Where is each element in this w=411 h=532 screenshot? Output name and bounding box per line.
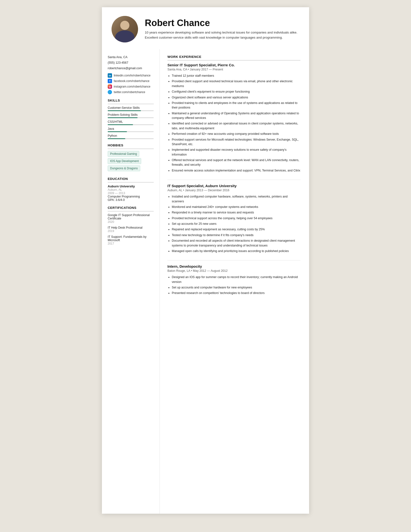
edu-dates: 2009 — 2013 <box>108 191 154 195</box>
hobbies-title: HOBBIES <box>108 143 154 149</box>
contact-phone: (555) 123-4567 <box>108 60 154 65</box>
education-title: EDUCATION <box>108 177 154 182</box>
candidate-summary: 10 years experience developing software … <box>145 30 300 40</box>
bullet: Offered technical services and support a… <box>172 158 301 167</box>
linkedin-icon: in <box>108 73 112 78</box>
skill-bar-fill <box>108 138 125 139</box>
work-experience-title: WORK EXPERIENCE <box>167 55 301 60</box>
cert-year: 2017 <box>108 242 154 245</box>
bullet: Identified and corrected or advised on o… <box>172 121 301 131</box>
job-title: Senior IT Support Specialist, Pierre Co. <box>167 63 301 67</box>
social-twitter: 🐦 twitter.com/robertchance <box>108 90 154 94</box>
header-info: Robert Chance 10 years experience develo… <box>145 18 300 40</box>
cert-entry: Google IT Support Professional Certifica… <box>108 213 154 224</box>
cert-entry: IT Support: Fundamentals by Microsoft 20… <box>108 235 154 245</box>
bullet: Provided client support and resolved tec… <box>172 79 301 88</box>
bullet: Ensured remote access solution implement… <box>172 168 301 173</box>
sidebar: Santa Ana, CA (555) 123-4567 robertchanc… <box>102 49 160 514</box>
bullet: Responded in a timely manner to service … <box>172 210 301 215</box>
skill-item: Python <box>108 134 154 139</box>
edu-school: Auburn University <box>108 184 154 188</box>
social-linkedin: in linkedin.com/in/robertchance <box>108 73 154 78</box>
resume-body: Santa Ana, CA (555) 123-4567 robertchanc… <box>102 49 309 514</box>
hobbies-list: Professional Gaming IOS App Development … <box>108 151 154 173</box>
instagram-url: instagram.com/robertchance <box>114 85 150 88</box>
skill-item: Java <box>108 127 154 132</box>
skill-name: Java <box>108 127 154 131</box>
bullet: Organized client software and various se… <box>172 95 301 100</box>
edu-gpa: GPA: 3.6/4.0 <box>108 198 154 202</box>
skill-item: Customer-Service Skills <box>108 106 154 111</box>
cert-name: Google IT Support Professional Certifica… <box>108 213 154 220</box>
skill-name: CSS/HTML <box>108 120 154 124</box>
twitter-url: twitter.com/robertchance <box>114 90 145 94</box>
bullet: Provided training to clients and employe… <box>172 101 301 110</box>
skill-item: CSS/HTML <box>108 120 154 125</box>
edu-entry: Auburn University Auburn, AL 2009 — 2013… <box>108 184 154 202</box>
contact-location: Santa Ana, CA <box>108 55 154 60</box>
cert-name: IT Support: Fundamentals by Microsoft <box>108 235 154 242</box>
hobby-badge: Dungeons & Dragons <box>108 165 140 171</box>
skill-bar-bg <box>108 117 154 118</box>
bullet: Managed open calls by identifying and pr… <box>172 249 301 254</box>
cert-entry: IT Help Desk Professional 2019 <box>108 226 154 233</box>
bullet: Monitored and maintained 240+ computer s… <box>172 205 301 209</box>
bullet: Presented research on competitors' techn… <box>172 291 301 295</box>
header-section: Robert Chance 10 years experience develo… <box>102 7 309 49</box>
contact-section: Santa Ana, CA (555) 123-4567 robertchanc… <box>108 55 154 70</box>
job-title: Intern, Developocity <box>167 264 301 268</box>
skill-bar-bg <box>108 131 154 132</box>
bullet: Set up accounts for 25 new users <box>172 222 301 226</box>
social-facebook: f facebook.com/robertchance <box>108 79 154 83</box>
social-links: in linkedin.com/in/robertchance f facebo… <box>108 73 154 94</box>
avatar <box>111 16 138 42</box>
skill-item: Problem-Solving Skills <box>108 113 154 118</box>
job-meta: Auburn, AL • January 2013 — December 201… <box>167 189 301 192</box>
job-title: IT Support Specialist, Auburn University <box>167 184 301 188</box>
bullet: Tested new technology to determine if it… <box>172 233 301 238</box>
hobby-badge: Professional Gaming <box>108 151 139 157</box>
skill-bar-fill <box>108 124 133 125</box>
edu-location: Auburn, AL <box>108 188 154 191</box>
edu-field: Computer Programming <box>108 195 154 198</box>
job-meta: Baton Rouge, LA • May 2012 — August 2012 <box>167 269 301 273</box>
skill-bar-fill <box>108 131 127 132</box>
cert-year: 2020 <box>108 220 154 224</box>
skills-list: Customer-Service Skills Problem-Solving … <box>108 106 154 139</box>
instagram-icon: ◎ <box>108 85 112 89</box>
bullet: Provided support services for Microsoft … <box>172 137 301 147</box>
job-bullets: Trained 12 junior staff members Provided… <box>167 74 301 173</box>
bullet: Set up accounts and computer hardware fo… <box>172 285 301 290</box>
bullet: Provided technical support across the co… <box>172 216 301 221</box>
skill-name: Problem-Solving Skills <box>108 113 154 116</box>
skill-bar-bg <box>108 138 154 139</box>
linkedin-url: linkedin.com/in/robertchance <box>114 74 151 77</box>
education-list: Auburn University Auburn, AL 2009 — 2013… <box>108 184 154 202</box>
social-instagram: ◎ instagram.com/robertchance <box>108 85 154 89</box>
candidate-name: Robert Chance <box>145 18 300 28</box>
bullet: Maintained a general understanding of Op… <box>172 111 301 121</box>
bullet: Trained 12 junior staff members <box>172 74 301 78</box>
facebook-url: facebook.com/robertchance <box>114 79 149 83</box>
skill-name: Customer-Service Skills <box>108 106 154 109</box>
facebook-icon: f <box>108 79 112 83</box>
skill-bar-fill <box>108 117 137 118</box>
job-entry-3: Intern, Developocity Baton Rouge, LA • M… <box>167 264 301 296</box>
bullet: Repaired and replaced equipment as neces… <box>172 227 301 232</box>
skills-title: SKILLS <box>108 99 154 104</box>
bullet: Installed and configured computer hardwa… <box>172 194 301 204</box>
skill-name: Python <box>108 134 154 137</box>
divider <box>167 180 301 180</box>
skill-bar-fill <box>108 110 141 111</box>
main-content: WORK EXPERIENCE Senior IT Support Specia… <box>160 49 309 514</box>
cert-name: IT Help Desk Professional <box>108 226 154 229</box>
job-entry-2: IT Support Specialist, Auburn University… <box>167 184 301 254</box>
job-bullets: Installed and configured computer hardwa… <box>167 194 301 254</box>
bullet: Implemented and supported disaster recov… <box>172 148 301 157</box>
job-bullets: Designed an IOS app for summer camps to … <box>167 275 301 296</box>
skill-bar-bg <box>108 124 154 125</box>
skill-bar-bg <box>108 110 154 111</box>
hobby-badge: IOS App Development <box>108 158 141 164</box>
resume: Robert Chance 10 years experience develo… <box>102 7 309 514</box>
bullet: Performed creation of 92+ new accounts u… <box>172 132 301 136</box>
